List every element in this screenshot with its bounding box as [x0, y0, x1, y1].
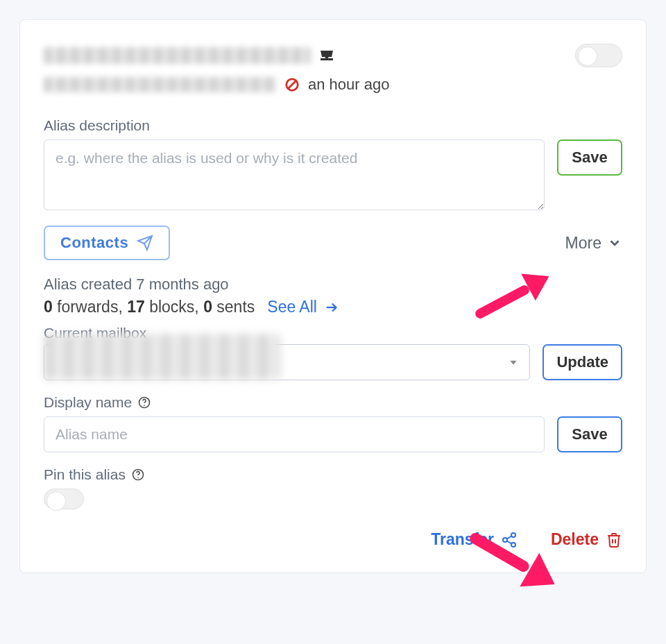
description-input[interactable] — [44, 139, 545, 210]
alias-address — [44, 47, 336, 64]
alias-forward-redacted — [44, 77, 276, 92]
help-icon[interactable] — [137, 396, 151, 409]
save-description-button[interactable]: Save — [557, 139, 622, 176]
paper-plane-icon — [137, 235, 153, 251]
svg-line-11 — [507, 536, 512, 539]
more-label: More — [565, 234, 601, 253]
contacts-button[interactable]: Contacts — [44, 226, 170, 260]
block-icon — [284, 77, 300, 92]
trash-icon — [606, 532, 622, 548]
svg-point-8 — [511, 533, 515, 537]
help-icon[interactable] — [131, 468, 145, 482]
displayname-input[interactable] — [44, 416, 545, 452]
svg-line-12 — [507, 541, 512, 543]
pin-label: Pin this alias — [44, 466, 622, 483]
alias-stats: 0 forwards, 17 blocks, 0 sents — [44, 298, 255, 316]
update-mailbox-button[interactable]: Update — [543, 344, 622, 380]
last-activity: an hour ago — [308, 76, 389, 94]
alias-card: an hour ago Alias description Save Conta… — [19, 19, 647, 573]
dropdown-caret-icon — [509, 357, 518, 367]
svg-point-7 — [137, 477, 139, 478]
mailbox-value-redacted — [44, 334, 280, 380]
alias-enable-toggle[interactable] — [575, 44, 622, 67]
alias-email-redacted — [44, 47, 311, 64]
displayname-label: Display name — [44, 394, 622, 411]
more-toggle[interactable]: More — [565, 234, 622, 253]
svg-point-10 — [511, 543, 515, 547]
inbox-icon — [318, 47, 336, 64]
description-label: Alias description — [44, 117, 622, 134]
delete-button[interactable]: Delete — [551, 530, 622, 549]
svg-line-1 — [289, 81, 296, 89]
svg-point-5 — [144, 405, 145, 406]
transfer-button[interactable]: Transfer — [431, 530, 518, 549]
share-icon — [501, 532, 518, 548]
see-all-link[interactable]: See All — [267, 298, 339, 316]
save-displayname-button[interactable]: Save — [557, 416, 622, 452]
svg-point-9 — [503, 538, 507, 542]
annotation-arrow — [468, 263, 557, 330]
mailbox-select[interactable] — [44, 344, 530, 380]
chevron-down-icon — [607, 235, 622, 251]
svg-marker-3 — [511, 361, 517, 365]
pin-toggle[interactable] — [44, 489, 84, 509]
alias-created-meta: Alias created 7 months ago — [44, 276, 622, 294]
contacts-label: Contacts — [60, 234, 128, 252]
